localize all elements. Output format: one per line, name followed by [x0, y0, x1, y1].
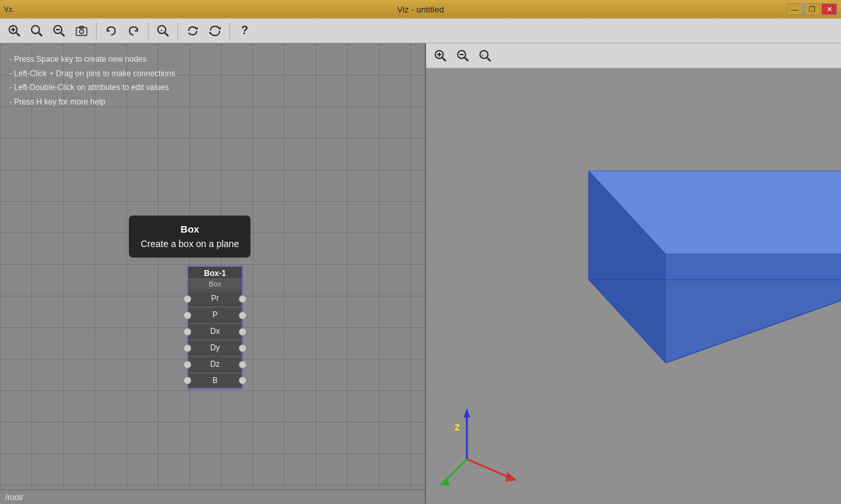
svg-line-8 — [61, 33, 64, 36]
svg-point-10 — [80, 30, 84, 34]
sep-3 — [178, 22, 178, 39]
zoom-out-button[interactable] — [49, 22, 70, 40]
node-header: Box-1 — [188, 267, 242, 279]
help-line-3: - Left-Double-Click on attributes to edi… — [9, 81, 175, 95]
restore-button[interactable]: ❐ — [804, 3, 820, 15]
pin-dz-right[interactable] — [239, 361, 247, 369]
status-path: /root/ — [5, 493, 23, 502]
status-bar: /root/ — [0, 490, 425, 504]
viewport-toolbar: × — [426, 43, 841, 68]
pin-p-left[interactable] — [183, 311, 191, 319]
pin-dy-right[interactable] — [239, 344, 247, 352]
svg-line-18 — [443, 58, 446, 61]
pin-dx-right[interactable] — [239, 328, 247, 336]
svg-line-5 — [39, 33, 42, 36]
zoom-fit-3d-button[interactable]: × — [475, 47, 496, 65]
svg-line-23 — [487, 58, 491, 61]
svg-rect-9 — [76, 28, 87, 35]
pin-dy-left[interactable] — [183, 344, 191, 352]
3d-scene: Z — [426, 68, 841, 504]
node-box-1[interactable]: Box-1 Box Pr P Dx Dy — [187, 265, 243, 390]
node-label-dy: Dy — [188, 341, 242, 355]
node-label-dz: Dz — [188, 357, 242, 371]
help-button[interactable]: ? — [234, 22, 255, 40]
zoom-selection-button[interactable]: + — [153, 22, 174, 40]
node-row-pr: Pr — [188, 290, 242, 307]
help-line-2: - Left-Click + Drag on pins to make conn… — [9, 67, 175, 81]
node-row-dx: Dx — [188, 323, 242, 340]
tooltip-description: Create a box on a plane — [141, 237, 239, 251]
sep-1 — [96, 22, 97, 39]
close-button[interactable]: ✕ — [821, 3, 837, 15]
app-logo: Vz. — [4, 5, 14, 13]
node-tooltip: Box Create a box on a plane — [129, 216, 251, 258]
pin-p-right[interactable] — [239, 311, 247, 319]
help-text-block: - Press Space key to create new nodes - … — [9, 53, 175, 109]
pin-dx-left[interactable] — [183, 328, 191, 336]
node-editor-panel[interactable]: - Press Space key to create new nodes - … — [0, 43, 426, 504]
node-label-pr: Pr — [188, 292, 242, 306]
node-row-b: B — [188, 373, 242, 388]
svg-text:+: + — [160, 28, 163, 34]
main-area: - Press Space key to create new nodes - … — [0, 43, 841, 504]
node-row-dz: Dz — [188, 356, 242, 373]
pin-dz-left[interactable] — [183, 361, 191, 369]
window-controls: — ❐ ✕ — [787, 3, 837, 15]
minimize-button[interactable]: — — [787, 3, 803, 15]
node-row-p: P — [188, 307, 242, 323]
refresh-button[interactable] — [182, 22, 203, 40]
pin-b-left[interactable] — [183, 377, 191, 384]
tooltip-title: Box — [141, 222, 239, 237]
y-axis-arrow — [464, 408, 470, 418]
node-label-b: B — [188, 374, 242, 387]
viewport-3d[interactable]: × — [426, 43, 841, 504]
node-label-dx: Dx — [188, 325, 242, 338]
sep-4 — [229, 22, 230, 39]
pin-pr-right[interactable] — [239, 295, 247, 303]
3d-box-svg: Z — [426, 68, 841, 504]
main-toolbar: + ? — [0, 18, 841, 43]
zoom-out-3d-button[interactable] — [452, 47, 473, 65]
svg-line-3 — [16, 33, 20, 36]
x-axis-line — [467, 459, 512, 478]
zoom-in-3d-button[interactable] — [430, 47, 451, 65]
pin-pr-left[interactable] — [183, 295, 191, 303]
y-axis-label: Z — [454, 423, 460, 432]
zoom-in-button[interactable] — [4, 22, 25, 40]
svg-point-4 — [32, 26, 39, 34]
sep-2 — [148, 22, 149, 39]
node-label-p: P — [188, 308, 242, 322]
undo-button[interactable] — [101, 22, 122, 40]
help-line-4: - Press H key for more help — [9, 95, 175, 110]
svg-text:×: × — [481, 53, 484, 58]
node-type: Box — [188, 279, 242, 290]
titlebar: Vz. Viz - untitled — ❐ ✕ — [0, 0, 841, 18]
help-line-1: - Press Space key to create new nodes — [9, 53, 175, 67]
zoom-fit-button[interactable] — [26, 22, 47, 40]
svg-line-13 — [165, 33, 168, 36]
node-row-dy: Dy — [188, 340, 242, 356]
window-title: Viz - untitled — [397, 5, 444, 14]
pin-b-right[interactable] — [239, 377, 247, 384]
redo-button[interactable] — [123, 22, 144, 40]
svg-line-21 — [465, 58, 468, 61]
refresh-all-button[interactable] — [204, 22, 226, 40]
screenshot-button[interactable] — [71, 22, 92, 40]
x-axis-arrow — [506, 472, 517, 482]
